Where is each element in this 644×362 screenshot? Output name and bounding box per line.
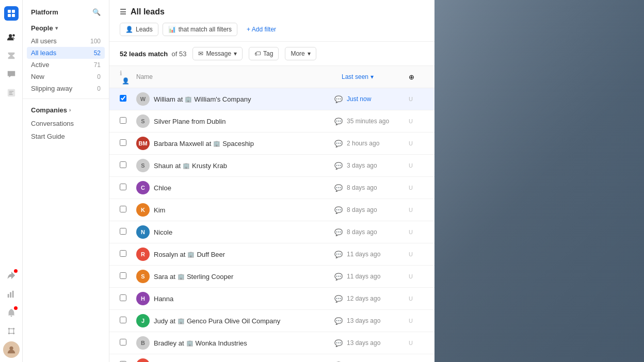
table-row[interactable]: N Nicole 💬 8 days ago U (109, 221, 434, 243)
svg-rect-11 (10, 292, 11, 298)
companies-section[interactable]: Companies › (23, 103, 109, 117)
table-row[interactable]: H Hanna 💬 12 days ago U (109, 288, 434, 310)
nav-reports-icon[interactable] (3, 286, 20, 302)
nav-chat-icon[interactable] (3, 66, 20, 83)
svg-point-15 (12, 328, 14, 330)
row-checkbox[interactable] (120, 95, 132, 103)
row-time: Just now (347, 95, 409, 103)
conversations-link[interactable]: Conversations (23, 117, 109, 130)
sidebar-nav-item[interactable]: All leads52 (27, 47, 105, 59)
leads-filter-btn[interactable]: 👤 Leads (120, 23, 158, 36)
person-icon: 👤 (122, 77, 130, 85)
table-row[interactable]: B Bradley at 🏢 Wonka Industries 💬 13 day… (109, 332, 434, 354)
person-overlay (434, 0, 644, 362)
table-row[interactable]: A Abbey at 🏢 Stark Industries 💬 15 days … (109, 354, 434, 362)
sidebar-nav-item[interactable]: New0 (23, 71, 109, 83)
row-checkbox[interactable] (120, 250, 132, 258)
row-time: 13 days ago (347, 339, 409, 347)
table-row[interactable]: K Kim 💬 8 days ago U (109, 199, 434, 221)
row-checkbox[interactable] (120, 139, 132, 147)
match-filter-btn[interactable]: 📊 that match all filters (163, 23, 237, 36)
table-row[interactable]: S Silver Plane from Dublin 💬 35 minutes … (109, 110, 434, 133)
row-time: 35 minutes ago (347, 118, 409, 125)
nav-routing-icon[interactable] (3, 47, 20, 64)
sidebar-item-count: 100 (90, 38, 101, 45)
filter-bar: 👤 Leads 📊 that match all filters + Add f… (120, 23, 424, 36)
row-avatar: B (136, 336, 150, 350)
row-name-section: Sara at 🏢 Sterling Cooper (154, 273, 334, 281)
tag-btn[interactable]: 🏷 Tag (249, 47, 279, 60)
more-btn[interactable]: More ▾ (285, 47, 316, 60)
row-name-section: Silver Plane from Dublin (154, 118, 334, 125)
row-person-name: Barbara Maxwell at (154, 140, 211, 147)
row-message-icon: 💬 (334, 162, 343, 170)
row-checkbox[interactable] (120, 206, 132, 214)
row-checkbox[interactable] (120, 339, 132, 347)
row-avatar: J (136, 314, 150, 327)
lastseen-sort-icon: ▾ (371, 73, 374, 80)
start-guide-link[interactable]: Start Guide (23, 130, 109, 143)
row-checkbox[interactable] (120, 161, 132, 170)
svg-rect-10 (7, 294, 9, 298)
row-company-name: Wonka Industries (196, 339, 247, 347)
row-checkbox[interactable] (120, 184, 132, 192)
row-checkbox[interactable] (120, 294, 132, 303)
table-row[interactable]: R Rosalyn at 🏢 Duff Beer 💬 11 days ago U (109, 243, 434, 266)
col-lastseen-header[interactable]: Last seen ▾ (342, 73, 409, 80)
table-row[interactable]: S Sara at 🏢 Sterling Cooper 💬 11 days ag… (109, 266, 434, 288)
col-extra-header: ⊕ (409, 73, 424, 81)
results-bar: 52 leads match of 53 ✉ Message ▾ 🏷 Tag M… (109, 42, 434, 66)
row-avatar: K (136, 203, 150, 217)
row-avatar: S (136, 114, 150, 128)
row-message-icon: 💬 (334, 273, 343, 281)
table-header: ℹ 👤 Name Last seen ▾ ⊕ (109, 66, 434, 88)
sidebar-item-label: New (31, 73, 44, 80)
row-person-name: Hanna (154, 295, 173, 303)
message-btn[interactable]: ✉ Message ▾ (192, 47, 243, 60)
nav-news-icon[interactable] (3, 85, 20, 101)
row-extra: U (409, 118, 424, 124)
sidebar-nav-item[interactable]: Active71 (23, 59, 109, 71)
search-icon[interactable]: 🔍 (92, 8, 101, 16)
col-name-label: Name (136, 73, 153, 80)
companies-label: Companies (31, 106, 67, 114)
table-row[interactable]: W William at 🏢 William's Company 💬 Just … (109, 88, 434, 110)
row-person-name: Shaun at (154, 162, 181, 170)
row-checkbox[interactable] (120, 228, 132, 236)
col-name-header: Name (136, 73, 342, 80)
row-name-section: Bradley at 🏢 Wonka Industries (154, 339, 334, 347)
row-message-icon: 💬 (334, 295, 343, 303)
company-icon: 🏢 (187, 251, 195, 258)
people-section[interactable]: People ▾ (23, 21, 109, 35)
sidebar-nav-item[interactable]: Slipping away0 (23, 83, 109, 94)
nav-people-icon[interactable] (3, 29, 20, 45)
table-row[interactable]: BM Barbara Maxwell at 🏢 Spaceship 💬 2 ho… (109, 133, 434, 155)
row-checkbox[interactable] (120, 317, 132, 325)
table-row[interactable]: S Shaun at 🏢 Krusty Krab 💬 3 days ago U (109, 155, 434, 177)
add-filter-btn[interactable]: + Add filter (242, 23, 281, 36)
row-person-name: William at (154, 95, 183, 103)
nav-outbound-icon[interactable] (3, 267, 20, 284)
nav-alerts-icon[interactable] (3, 304, 20, 321)
company-icon: 🏢 (186, 340, 194, 347)
row-name-section: Kim (154, 206, 334, 214)
row-company-name: Sterling Cooper (187, 273, 233, 281)
user-avatar-icon[interactable] (3, 341, 20, 358)
row-message-icon: 💬 (334, 206, 343, 214)
video-background (434, 0, 644, 362)
sidebar-item-count: 52 (94, 50, 101, 57)
page-title: ☰ All leads (120, 7, 424, 17)
sidebar-divider (23, 98, 109, 99)
table-row[interactable]: C Chloe 💬 8 days ago U (109, 177, 434, 199)
more-arrow: ▾ (308, 50, 311, 57)
row-name-section: Rosalyn at 🏢 Duff Beer (154, 251, 334, 258)
row-checkbox[interactable] (120, 272, 132, 281)
row-extra: U (409, 140, 424, 146)
table-row[interactable]: J Judy at 🏢 Genco Pura Olive Oil Company… (109, 310, 434, 332)
nav-integrations-icon[interactable] (3, 323, 20, 339)
row-avatar: BM (136, 137, 150, 150)
leads-filter-icon: 👤 (125, 26, 133, 33)
row-time: 12 days ago (347, 295, 409, 302)
sidebar-nav-item[interactable]: All users100 (23, 35, 109, 47)
row-checkbox[interactable] (120, 117, 132, 125)
